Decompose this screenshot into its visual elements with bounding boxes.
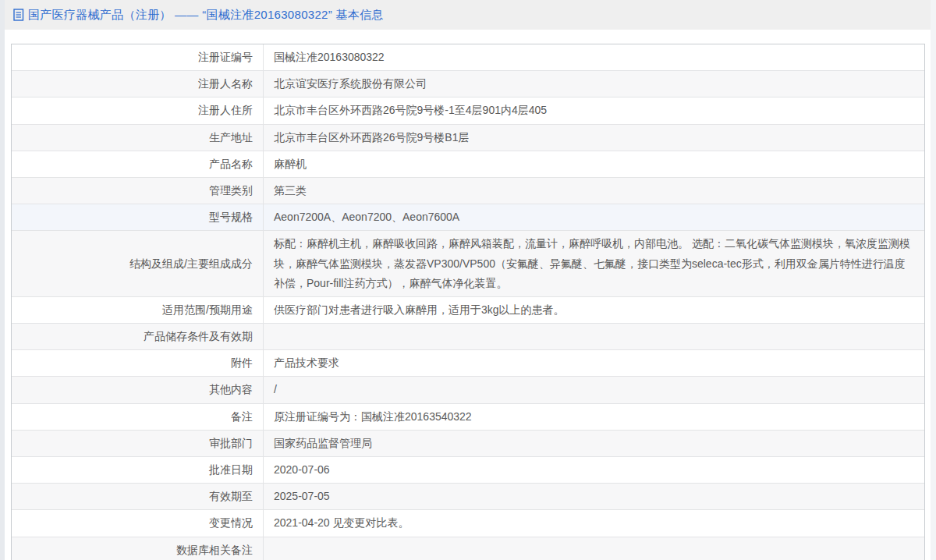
row-label: 管理类别 (12, 178, 264, 204)
row-label: 注册人住所 (12, 97, 264, 123)
row-value: / (264, 377, 924, 402)
row-label: 结构及组成/主要组成成分 (12, 231, 264, 296)
row-label: 型号规格 (12, 204, 264, 230)
row-value: 国械注准20163080322 (264, 44, 924, 70)
row-label: 附件 (12, 350, 264, 376)
row-value: 产品技术要求 (264, 350, 924, 376)
table-row[interactable]: 产品储存条件及有效期 (12, 324, 924, 350)
table-row[interactable]: 备注原注册证编号为：国械注准20163540322 (12, 404, 924, 431)
row-value: 北京市丰台区外环西路26号院9号楼-1至4层901内4层405 (264, 97, 924, 123)
table-row[interactable]: 有效期至2025-07-05 (12, 484, 924, 510)
table-row[interactable]: 注册人住所北京市丰台区外环西路26号院9号楼-1至4层901内4层405 (12, 97, 924, 124)
row-value: 北京谊安医疗系统股份有限公司 (264, 71, 924, 97)
page-title: 国产医疗器械产品（注册） —— “国械注准20163080322” 基本信息 (28, 8, 384, 23)
table-row[interactable]: 其他内容/ (12, 377, 924, 403)
row-value: 北京市丰台区外环西路26号院9号楼B1层 (264, 125, 924, 151)
row-label: 批准日期 (12, 457, 264, 483)
row-label: 注册证编号 (12, 44, 264, 70)
row-value: 供医疗部门对患者进行吸入麻醉用，适用于3kg以上的患者。 (264, 297, 924, 323)
row-value: 原注册证编号为：国械注准20163540322 (264, 404, 924, 430)
row-value: 2020-07-06 (264, 457, 924, 483)
info-table: 注册证编号国械注准20163080322注册人名称北京谊安医疗系统股份有限公司注… (11, 44, 925, 560)
table-row[interactable]: 附件产品技术要求 (12, 350, 924, 377)
table-row[interactable]: 数据库相关备注 (12, 537, 924, 560)
row-value: 标配：麻醉机主机，麻醉吸收回路，麻醉风箱装配，流量计，麻醉呼吸机，内部电池。 选… (264, 231, 924, 296)
table-row[interactable]: 适用范围/预期用途供医疗部门对患者进行吸入麻醉用，适用于3kg以上的患者。 (12, 297, 924, 324)
row-label: 产品储存条件及有效期 (12, 324, 264, 349)
table-row[interactable]: 管理类别第三类 (12, 178, 924, 204)
row-label: 有效期至 (12, 484, 264, 509)
table-row[interactable]: 生产地址北京市丰台区外环西路26号院9号楼B1层 (12, 125, 924, 151)
row-value: Aeon7200A、Aeon7200、Aeon7600A (264, 204, 924, 230)
row-value (264, 547, 924, 553)
row-value: 2025-07-05 (264, 484, 924, 509)
table-row[interactable]: 审批部门国家药品监督管理局 (12, 431, 924, 457)
row-label: 数据库相关备注 (12, 537, 264, 560)
row-value: 国家药品监督管理局 (264, 431, 924, 456)
row-label: 变更情况 (12, 510, 264, 536)
row-label: 备注 (12, 404, 264, 430)
row-label: 其他内容 (12, 377, 264, 402)
table-row[interactable]: 注册人名称北京谊安医疗系统股份有限公司 (12, 71, 924, 97)
table-row[interactable]: 结构及组成/主要组成成分标配：麻醉机主机，麻醉吸收回路，麻醉风箱装配，流量计，麻… (12, 231, 924, 297)
row-value: 麻醉机 (264, 151, 924, 177)
table-row[interactable]: 变更情况2021-04-20 见变更对比表。 (12, 510, 924, 537)
row-label: 审批部门 (12, 431, 264, 456)
page-left-edge (0, 0, 5, 560)
table-row[interactable]: 型号规格Aeon7200A、Aeon7200、Aeon7600A (12, 204, 924, 231)
page-right-edge (931, 0, 936, 560)
row-value (264, 334, 924, 340)
row-label: 适用范围/预期用途 (12, 297, 264, 323)
document-icon (12, 8, 25, 22)
row-value: 第三类 (264, 178, 924, 204)
row-value: 2021-04-20 见变更对比表。 (264, 510, 924, 536)
row-label: 生产地址 (12, 125, 264, 151)
table-row[interactable]: 注册证编号国械注准20163080322 (12, 44, 924, 71)
row-label: 注册人名称 (12, 71, 264, 97)
table-row[interactable]: 产品名称麻醉机 (12, 151, 924, 178)
row-label: 产品名称 (12, 151, 264, 177)
page-header: 国产医疗器械产品（注册） —— “国械注准20163080322” 基本信息 (0, 0, 936, 30)
table-row[interactable]: 批准日期2020-07-06 (12, 457, 924, 484)
